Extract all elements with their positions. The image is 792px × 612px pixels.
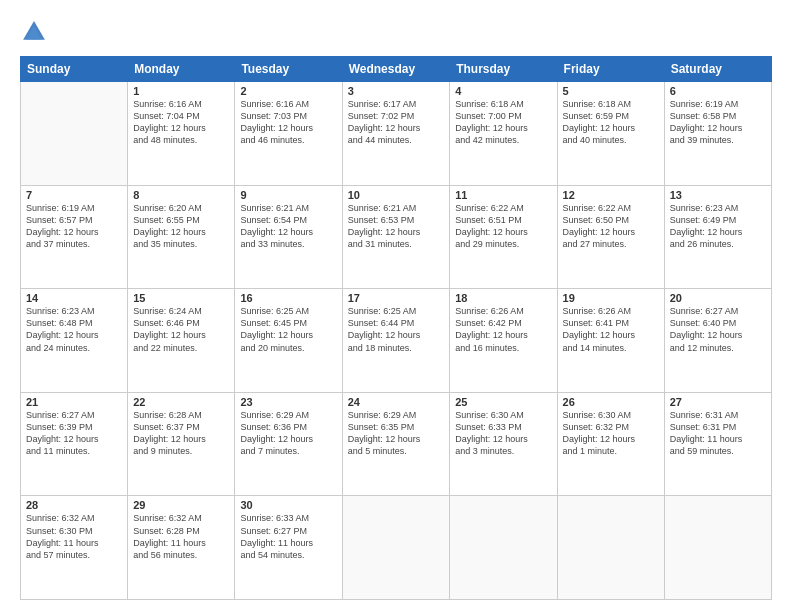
calendar-cell: 3Sunrise: 6:17 AM Sunset: 7:02 PM Daylig… — [342, 82, 450, 186]
calendar-cell: 17Sunrise: 6:25 AM Sunset: 6:44 PM Dayli… — [342, 289, 450, 393]
calendar-cell: 4Sunrise: 6:18 AM Sunset: 7:00 PM Daylig… — [450, 82, 557, 186]
calendar-row: 14Sunrise: 6:23 AM Sunset: 6:48 PM Dayli… — [21, 289, 772, 393]
day-info: Sunrise: 6:18 AM Sunset: 7:00 PM Dayligh… — [455, 98, 551, 147]
calendar-cell: 11Sunrise: 6:22 AM Sunset: 6:51 PM Dayli… — [450, 185, 557, 289]
day-number: 1 — [133, 85, 229, 97]
weekday-header: Tuesday — [235, 57, 342, 82]
day-info: Sunrise: 6:32 AM Sunset: 6:28 PM Dayligh… — [133, 512, 229, 561]
day-number: 19 — [563, 292, 659, 304]
calendar-cell: 29Sunrise: 6:32 AM Sunset: 6:28 PM Dayli… — [128, 496, 235, 600]
day-number: 17 — [348, 292, 445, 304]
day-number: 29 — [133, 499, 229, 511]
day-number: 15 — [133, 292, 229, 304]
day-info: Sunrise: 6:19 AM Sunset: 6:58 PM Dayligh… — [670, 98, 766, 147]
calendar-cell: 25Sunrise: 6:30 AM Sunset: 6:33 PM Dayli… — [450, 392, 557, 496]
header — [20, 18, 772, 46]
day-number: 6 — [670, 85, 766, 97]
day-info: Sunrise: 6:26 AM Sunset: 6:41 PM Dayligh… — [563, 305, 659, 354]
day-number: 18 — [455, 292, 551, 304]
calendar-row: 21Sunrise: 6:27 AM Sunset: 6:39 PM Dayli… — [21, 392, 772, 496]
day-number: 14 — [26, 292, 122, 304]
calendar-cell: 28Sunrise: 6:32 AM Sunset: 6:30 PM Dayli… — [21, 496, 128, 600]
day-info: Sunrise: 6:23 AM Sunset: 6:49 PM Dayligh… — [670, 202, 766, 251]
day-info: Sunrise: 6:19 AM Sunset: 6:57 PM Dayligh… — [26, 202, 122, 251]
page: SundayMondayTuesdayWednesdayThursdayFrid… — [0, 0, 792, 612]
calendar-cell: 13Sunrise: 6:23 AM Sunset: 6:49 PM Dayli… — [664, 185, 771, 289]
logo-icon — [20, 18, 48, 46]
calendar-cell: 2Sunrise: 6:16 AM Sunset: 7:03 PM Daylig… — [235, 82, 342, 186]
day-info: Sunrise: 6:27 AM Sunset: 6:39 PM Dayligh… — [26, 409, 122, 458]
day-number: 8 — [133, 189, 229, 201]
calendar-cell: 6Sunrise: 6:19 AM Sunset: 6:58 PM Daylig… — [664, 82, 771, 186]
calendar-cell: 18Sunrise: 6:26 AM Sunset: 6:42 PM Dayli… — [450, 289, 557, 393]
calendar-cell — [450, 496, 557, 600]
calendar-cell: 23Sunrise: 6:29 AM Sunset: 6:36 PM Dayli… — [235, 392, 342, 496]
day-number: 16 — [240, 292, 336, 304]
day-info: Sunrise: 6:22 AM Sunset: 6:51 PM Dayligh… — [455, 202, 551, 251]
day-info: Sunrise: 6:26 AM Sunset: 6:42 PM Dayligh… — [455, 305, 551, 354]
day-info: Sunrise: 6:21 AM Sunset: 6:53 PM Dayligh… — [348, 202, 445, 251]
calendar-row: 7Sunrise: 6:19 AM Sunset: 6:57 PM Daylig… — [21, 185, 772, 289]
calendar-cell: 12Sunrise: 6:22 AM Sunset: 6:50 PM Dayli… — [557, 185, 664, 289]
day-number: 24 — [348, 396, 445, 408]
day-info: Sunrise: 6:16 AM Sunset: 7:03 PM Dayligh… — [240, 98, 336, 147]
calendar-cell: 10Sunrise: 6:21 AM Sunset: 6:53 PM Dayli… — [342, 185, 450, 289]
calendar-cell: 30Sunrise: 6:33 AM Sunset: 6:27 PM Dayli… — [235, 496, 342, 600]
calendar-cell: 19Sunrise: 6:26 AM Sunset: 6:41 PM Dayli… — [557, 289, 664, 393]
day-number: 20 — [670, 292, 766, 304]
logo — [20, 18, 52, 46]
day-info: Sunrise: 6:25 AM Sunset: 6:45 PM Dayligh… — [240, 305, 336, 354]
day-number: 7 — [26, 189, 122, 201]
weekday-header: Monday — [128, 57, 235, 82]
day-info: Sunrise: 6:30 AM Sunset: 6:33 PM Dayligh… — [455, 409, 551, 458]
day-info: Sunrise: 6:33 AM Sunset: 6:27 PM Dayligh… — [240, 512, 336, 561]
calendar-cell: 15Sunrise: 6:24 AM Sunset: 6:46 PM Dayli… — [128, 289, 235, 393]
calendar-cell — [21, 82, 128, 186]
weekday-header: Sunday — [21, 57, 128, 82]
calendar-cell: 16Sunrise: 6:25 AM Sunset: 6:45 PM Dayli… — [235, 289, 342, 393]
day-number: 13 — [670, 189, 766, 201]
weekday-header: Saturday — [664, 57, 771, 82]
day-info: Sunrise: 6:17 AM Sunset: 7:02 PM Dayligh… — [348, 98, 445, 147]
calendar-cell: 26Sunrise: 6:30 AM Sunset: 6:32 PM Dayli… — [557, 392, 664, 496]
day-number: 9 — [240, 189, 336, 201]
calendar-cell: 24Sunrise: 6:29 AM Sunset: 6:35 PM Dayli… — [342, 392, 450, 496]
calendar-cell — [342, 496, 450, 600]
calendar: SundayMondayTuesdayWednesdayThursdayFrid… — [20, 56, 772, 600]
calendar-row: 1Sunrise: 6:16 AM Sunset: 7:04 PM Daylig… — [21, 82, 772, 186]
calendar-row: 28Sunrise: 6:32 AM Sunset: 6:30 PM Dayli… — [21, 496, 772, 600]
day-number: 23 — [240, 396, 336, 408]
day-info: Sunrise: 6:18 AM Sunset: 6:59 PM Dayligh… — [563, 98, 659, 147]
day-number: 25 — [455, 396, 551, 408]
calendar-cell: 1Sunrise: 6:16 AM Sunset: 7:04 PM Daylig… — [128, 82, 235, 186]
day-info: Sunrise: 6:16 AM Sunset: 7:04 PM Dayligh… — [133, 98, 229, 147]
calendar-body: 1Sunrise: 6:16 AM Sunset: 7:04 PM Daylig… — [21, 82, 772, 600]
calendar-cell — [664, 496, 771, 600]
calendar-cell: 9Sunrise: 6:21 AM Sunset: 6:54 PM Daylig… — [235, 185, 342, 289]
weekday-header: Wednesday — [342, 57, 450, 82]
day-number: 26 — [563, 396, 659, 408]
calendar-cell: 22Sunrise: 6:28 AM Sunset: 6:37 PM Dayli… — [128, 392, 235, 496]
calendar-cell: 8Sunrise: 6:20 AM Sunset: 6:55 PM Daylig… — [128, 185, 235, 289]
day-number: 30 — [240, 499, 336, 511]
calendar-cell: 5Sunrise: 6:18 AM Sunset: 6:59 PM Daylig… — [557, 82, 664, 186]
day-number: 11 — [455, 189, 551, 201]
day-number: 27 — [670, 396, 766, 408]
day-info: Sunrise: 6:32 AM Sunset: 6:30 PM Dayligh… — [26, 512, 122, 561]
day-number: 5 — [563, 85, 659, 97]
day-info: Sunrise: 6:20 AM Sunset: 6:55 PM Dayligh… — [133, 202, 229, 251]
day-info: Sunrise: 6:31 AM Sunset: 6:31 PM Dayligh… — [670, 409, 766, 458]
calendar-cell: 7Sunrise: 6:19 AM Sunset: 6:57 PM Daylig… — [21, 185, 128, 289]
day-info: Sunrise: 6:24 AM Sunset: 6:46 PM Dayligh… — [133, 305, 229, 354]
day-number: 12 — [563, 189, 659, 201]
day-number: 28 — [26, 499, 122, 511]
day-info: Sunrise: 6:22 AM Sunset: 6:50 PM Dayligh… — [563, 202, 659, 251]
calendar-cell: 14Sunrise: 6:23 AM Sunset: 6:48 PM Dayli… — [21, 289, 128, 393]
calendar-header: SundayMondayTuesdayWednesdayThursdayFrid… — [21, 57, 772, 82]
day-info: Sunrise: 6:28 AM Sunset: 6:37 PM Dayligh… — [133, 409, 229, 458]
weekday-row: SundayMondayTuesdayWednesdayThursdayFrid… — [21, 57, 772, 82]
day-number: 10 — [348, 189, 445, 201]
day-number: 3 — [348, 85, 445, 97]
weekday-header: Friday — [557, 57, 664, 82]
day-info: Sunrise: 6:23 AM Sunset: 6:48 PM Dayligh… — [26, 305, 122, 354]
